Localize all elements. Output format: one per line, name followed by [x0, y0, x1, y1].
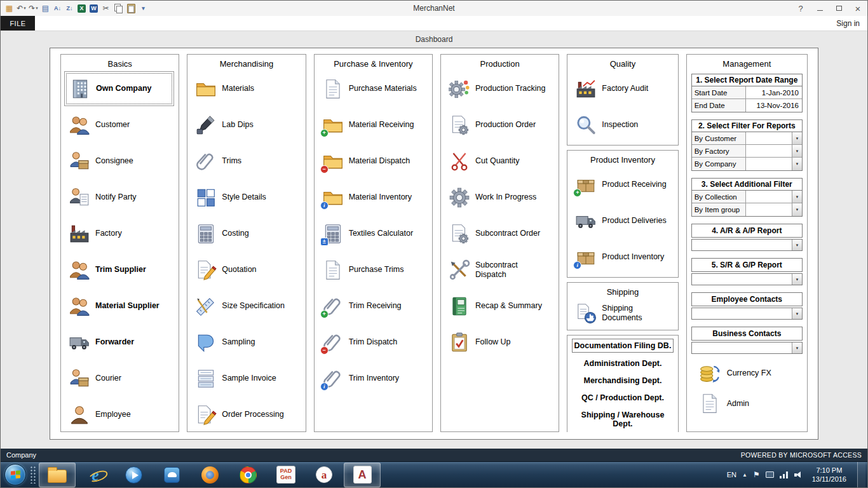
menu-item-qc-production-dept[interactable]: QC / Production Dept. [571, 390, 674, 407]
item-inspection[interactable]: Inspection [571, 107, 674, 143]
item-work-in-progress[interactable]: Work In Progress [444, 179, 555, 215]
paste-button[interactable] [125, 3, 137, 14]
taskbar-windows-explorer-button[interactable] [39, 463, 76, 487]
by-collection-combo-dropdown-button[interactable]: ▼ [792, 191, 802, 203]
item-customer[interactable]: Customer [64, 107, 175, 143]
by-factory-combo-dropdown-button[interactable]: ▼ [792, 145, 802, 157]
item-subcontract-dispatch[interactable]: Subcontract Dispatch [444, 252, 555, 288]
by-company-combo-dropdown-button[interactable]: ▼ [792, 158, 802, 170]
by-collection-combo[interactable]: ▼ [746, 191, 802, 203]
employee-contacts-combo[interactable]: ▼ [691, 308, 803, 320]
item-material-supplier[interactable]: Material Supplier [64, 288, 175, 324]
item-material-inventory[interactable]: iMaterial Inventory [318, 179, 429, 215]
by-customer-combo[interactable]: ▼ [746, 132, 802, 144]
4-a-r-a-p-report-combo[interactable]: ▼ [691, 239, 803, 251]
shortcut-currency-fx[interactable]: Currency FX [691, 361, 803, 385]
taskbar-internet-explorer-button[interactable]: e [77, 463, 114, 487]
taskbar-chrome-button[interactable] [229, 463, 266, 487]
business-contacts-combo-dropdown-button[interactable]: ▼ [792, 342, 802, 353]
item-trim-receiving[interactable]: +Trim Receiving [318, 288, 429, 324]
form-view-button[interactable]: ▦ [4, 3, 15, 14]
item-sample-invoice[interactable]: Sample Invoice [191, 360, 302, 396]
item-costing[interactable]: Costing [191, 215, 302, 252]
show-desktop-button[interactable] [857, 462, 865, 487]
item-own-company[interactable]: Own Company [64, 71, 174, 106]
item-trim-supplier[interactable]: Trim Supplier [64, 252, 175, 288]
item-purchase-trims[interactable]: Purchase Trims [318, 252, 429, 288]
taskbar-clock[interactable]: 7:10 PM 13/11/2016 [809, 466, 850, 484]
volume-icon[interactable] [794, 471, 803, 479]
by-customer-combo-dropdown-button[interactable]: ▼ [792, 132, 802, 144]
item-courier[interactable]: Courier [64, 360, 175, 396]
item-material-dispatch[interactable]: −Material Dispatch [318, 143, 429, 179]
minimize-button[interactable] [810, 1, 829, 16]
item-cut-quantity[interactable]: Cut Quantity [444, 143, 555, 179]
by-factory-combo[interactable]: ▼ [746, 145, 802, 157]
item-subcontract-order[interactable]: Subcontract Order [444, 215, 555, 252]
item-material-receiving[interactable]: +Material Receiving [318, 107, 429, 143]
start-button[interactable] [4, 464, 26, 485]
word-export-button[interactable]: W [88, 3, 99, 14]
item-product-receiving[interactable]: +Product Receiving [571, 166, 674, 203]
item-employee[interactable]: Employee [64, 396, 175, 432]
network-icon[interactable] [780, 471, 789, 478]
item-production-order[interactable]: Production Order [444, 107, 555, 143]
restore-button[interactable] [829, 1, 848, 16]
item-consignee[interactable]: Consignee [64, 143, 175, 179]
item-purchase-materials[interactable]: Purchase Materials [318, 71, 429, 107]
item-materials[interactable]: Materials [191, 71, 302, 107]
4-a-r-a-p-report-combo-dropdown-button[interactable]: ▼ [792, 240, 802, 250]
menu-item-merchandising-dept[interactable]: Merchandising Dept. [571, 372, 674, 390]
item-follow-up[interactable]: Follow Up [444, 324, 555, 360]
copy-button[interactable] [112, 3, 124, 14]
item-trim-inventory[interactable]: iTrim Inventory [318, 360, 429, 396]
shortcut-admin[interactable]: Admin [691, 391, 803, 416]
item-factory-audit[interactable]: Factory Audit [571, 71, 674, 107]
sort-descending-button[interactable]: Z↓ [64, 3, 75, 14]
item-sampling[interactable]: Sampling [191, 324, 302, 360]
by-item-group-combo[interactable]: ▼ [746, 203, 802, 216]
language-indicator[interactable]: EN [727, 471, 736, 478]
close-button[interactable]: × [848, 1, 867, 16]
datasheet-view-button[interactable]: ▤ [40, 3, 51, 14]
taskbar-a-app-button[interactable]: a [306, 463, 342, 487]
by-company-combo[interactable]: ▼ [746, 158, 802, 170]
5-s-r-g-p-report-combo[interactable]: ▼ [691, 273, 803, 285]
file-tab[interactable]: FILE [1, 16, 35, 30]
action-center-icon[interactable]: ⚑ [753, 470, 760, 479]
cut-button[interactable]: ✂ [100, 3, 111, 14]
business-contacts-combo[interactable]: ▼ [691, 342, 803, 354]
taskbar-pad-gen-button[interactable]: PAD Gen [268, 463, 304, 487]
start-date-value[interactable]: 1-Jan-2010 [746, 86, 802, 98]
5-s-r-g-p-report-combo-dropdown-button[interactable]: ▼ [792, 274, 802, 285]
item-product-inventory[interactable]: iProduct Inventory [571, 239, 674, 275]
excel-export-button[interactable]: X [76, 3, 87, 14]
taskbar-messenger-app-button[interactable] [153, 463, 190, 487]
sign-in-link[interactable]: Sign in [836, 19, 867, 28]
hidden-icons-button[interactable]: ▲ [742, 472, 747, 478]
item-shipping-documents[interactable]: Shipping Documents [571, 299, 674, 328]
item-factory[interactable]: Factory [64, 215, 175, 252]
end-date-value[interactable]: 13-Nov-2016 [746, 99, 802, 112]
taskbar-firefox-button[interactable] [191, 463, 228, 487]
item-quotation[interactable]: Quotation [191, 252, 302, 288]
item-style-details[interactable]: Style Details [191, 179, 302, 215]
undo-button[interactable]: ↶▾ [16, 3, 27, 14]
item-size-specification[interactable]: Size Specification [191, 288, 302, 324]
item-production-tracking[interactable]: Production Tracking [444, 71, 555, 107]
toolbar-options-button[interactable]: ▾ [138, 3, 149, 14]
help-button[interactable]: ? [791, 1, 810, 16]
sort-ascending-button[interactable]: A↓ [52, 3, 63, 14]
item-trims[interactable]: Trims [191, 143, 302, 179]
by-item-group-combo-dropdown-button[interactable]: ▼ [792, 203, 802, 216]
employee-contacts-combo-dropdown-button[interactable]: ▼ [792, 308, 802, 319]
menu-item-shipping-warehouse-dept[interactable]: Shipping / Warehouse Dept. [571, 407, 674, 432]
item-trim-dispatch[interactable]: −Trim Dispatch [318, 324, 429, 360]
item-notify-party[interactable]: Notify Party [64, 179, 175, 215]
item-order-processing[interactable]: Order Processing [191, 396, 302, 432]
item-product-deliveries[interactable]: Product Deliveries [571, 203, 674, 239]
display-tray-icon[interactable] [766, 471, 774, 478]
redo-button[interactable]: ↷▾ [28, 3, 39, 14]
item-textiles-calculator[interactable]: ±Textiles Calculator [318, 215, 429, 252]
taskbar-media-player-button[interactable] [115, 463, 152, 487]
